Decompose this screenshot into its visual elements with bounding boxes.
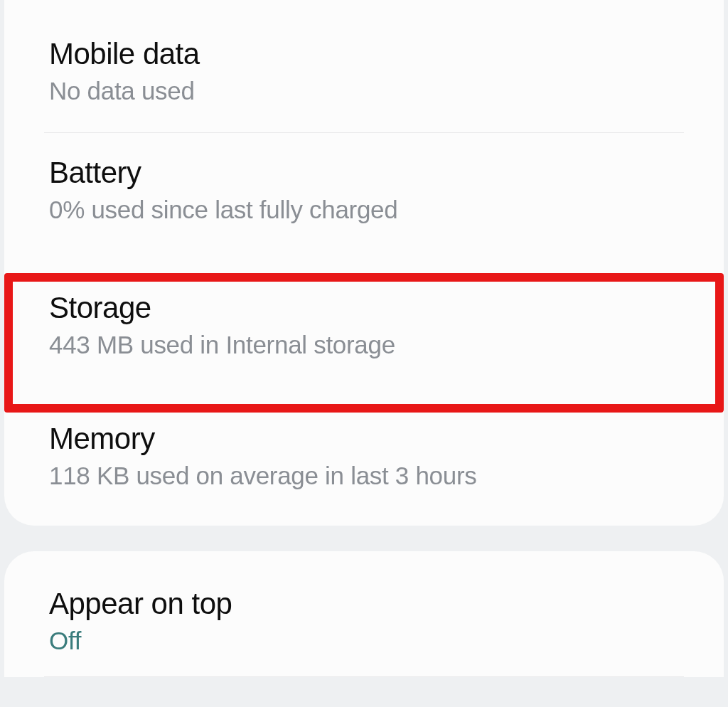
battery-item[interactable]: Battery 0% used since last fully charged <box>4 133 724 251</box>
battery-title: Battery <box>49 156 679 190</box>
mobile-data-title: Mobile data <box>49 37 679 71</box>
memory-subtitle: 118 KB used on average in last 3 hours <box>49 462 679 490</box>
mobile-data-item[interactable]: Mobile data No data used <box>4 0 724 132</box>
memory-item[interactable]: Memory 118 KB used on average in last 3 … <box>4 399 724 526</box>
mobile-data-subtitle: No data used <box>49 77 679 105</box>
storage-subtitle: 443 MB used in Internal storage <box>49 331 679 359</box>
appear-on-top-item[interactable]: Appear on top Off <box>4 551 724 676</box>
memory-title: Memory <box>49 422 679 456</box>
storage-item[interactable]: Storage 443 MB used in Internal storage <box>4 251 724 399</box>
permissions-card: Appear on top Off <box>4 551 724 677</box>
battery-subtitle: 0% used since last fully charged <box>49 196 679 224</box>
appear-on-top-title: Appear on top <box>49 587 679 621</box>
appear-on-top-subtitle: Off <box>49 627 679 655</box>
card-spacer <box>0 526 728 551</box>
usage-card: Mobile data No data used Battery 0% used… <box>4 0 724 526</box>
storage-title: Storage <box>49 291 679 325</box>
divider <box>44 676 684 677</box>
